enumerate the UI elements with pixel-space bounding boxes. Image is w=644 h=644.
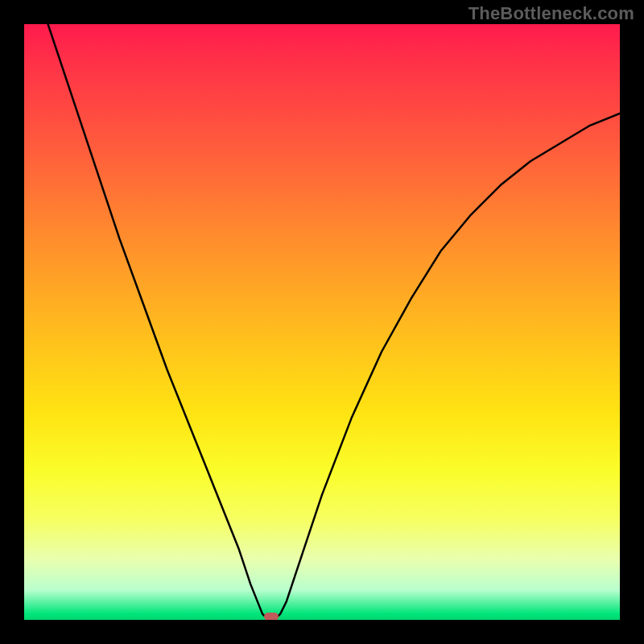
watermark-text: TheBottleneck.com [469, 3, 634, 24]
bottleneck-curve [24, 24, 620, 620]
minimum-marker [264, 613, 279, 620]
chart-frame: TheBottleneck.com [0, 0, 644, 644]
plot-area [24, 24, 620, 620]
